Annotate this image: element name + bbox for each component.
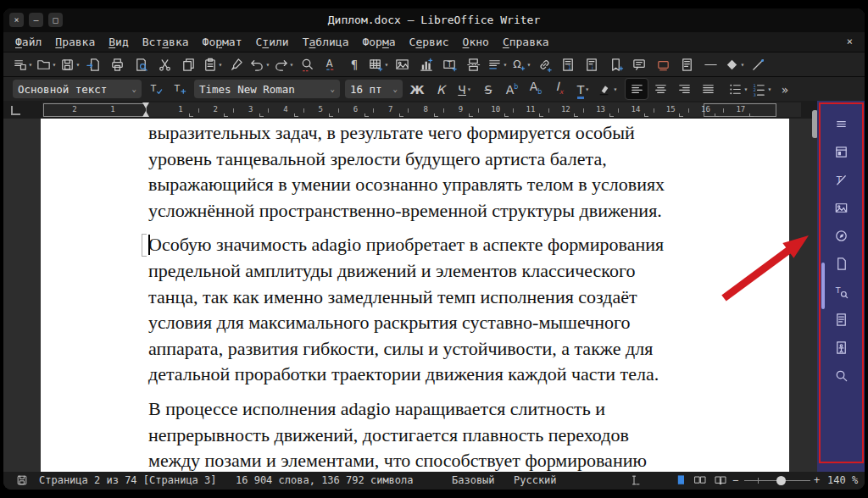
strikethrough-button[interactable]: S bbox=[477, 79, 499, 99]
layout-multi-icon[interactable] bbox=[693, 473, 707, 487]
sidebar-tab-sidebar-settings[interactable] bbox=[817, 111, 865, 136]
clear-formatting-button[interactable]: Ix bbox=[548, 79, 570, 99]
unsaved-changes-icon[interactable] bbox=[15, 473, 29, 487]
menu-вид[interactable]: Вид bbox=[102, 32, 135, 52]
zoom-in-button[interactable]: + bbox=[814, 472, 820, 490]
document-close-button[interactable]: × bbox=[847, 32, 853, 52]
first-line-indent-marker[interactable] bbox=[142, 102, 149, 108]
insert-page-break-button[interactable] bbox=[462, 54, 484, 75]
align-right-button[interactable] bbox=[673, 79, 695, 99]
sidebar-tab-styles[interactable]: T bbox=[817, 167, 865, 192]
menu-файл[interactable]: Файл bbox=[8, 32, 48, 52]
print-preview-button[interactable] bbox=[130, 54, 152, 75]
insert-chart-button[interactable] bbox=[415, 54, 437, 75]
numbered-list-button[interactable]: 123▾ bbox=[750, 79, 772, 99]
dropdown-arrow-icon[interactable]: ▾ bbox=[76, 61, 81, 69]
dropdown-arrow-icon[interactable]: ▾ bbox=[53, 61, 57, 69]
zoom-slider-handle[interactable] bbox=[776, 476, 786, 485]
font-color-button[interactable]: Т▾ bbox=[572, 79, 594, 99]
dropdown-arrow-icon[interactable]: ▾ bbox=[290, 61, 294, 69]
track-changes-button[interactable] bbox=[652, 54, 674, 75]
insert-comment-button[interactable] bbox=[628, 54, 650, 75]
sidebar-tab-navigator[interactable] bbox=[817, 223, 865, 248]
draw-line-button[interactable] bbox=[747, 54, 769, 75]
dropdown-arrow-icon[interactable]: ▾ bbox=[768, 86, 772, 93]
save-button[interactable]: ▾ bbox=[58, 54, 81, 75]
left-indent-marker[interactable] bbox=[142, 111, 149, 117]
formatting-marks-button[interactable]: ¶ bbox=[343, 54, 365, 75]
menu-форма[interactable]: Форма bbox=[355, 32, 402, 52]
dropdown-arrow-icon[interactable]: ▾ bbox=[585, 86, 589, 93]
insert-hyperlink-button[interactable] bbox=[533, 54, 555, 75]
layout-book-icon[interactable] bbox=[714, 473, 727, 487]
status-language[interactable]: Русский bbox=[514, 472, 557, 490]
dropdown-arrow-icon[interactable]: ▾ bbox=[744, 86, 748, 93]
sidebar-tab-accessibility-check[interactable] bbox=[817, 335, 865, 360]
insert-horizontal-line-button[interactable] bbox=[699, 54, 721, 75]
menu-сервис[interactable]: Сервис bbox=[403, 32, 456, 52]
insert-text-frame-button[interactable] bbox=[676, 54, 698, 75]
bold-button[interactable]: Ж bbox=[406, 79, 428, 99]
update-style-button[interactable]: T bbox=[145, 79, 167, 99]
align-center-button[interactable] bbox=[649, 79, 671, 99]
zoom-level[interactable]: 140 % bbox=[827, 472, 858, 490]
dropdown-arrow-icon[interactable]: ▾ bbox=[614, 86, 618, 93]
menu-правка[interactable]: Правка bbox=[48, 32, 102, 52]
status-word-count[interactable]: 16 904 слова, 136 792 символа bbox=[236, 472, 414, 490]
redo-button[interactable]: ▾ bbox=[272, 54, 294, 75]
export-pdf-button[interactable] bbox=[82, 54, 104, 75]
dropdown-arrow-icon[interactable]: ▾ bbox=[29, 61, 33, 69]
align-left-button[interactable] bbox=[626, 79, 648, 99]
clone-formatting-button[interactable] bbox=[225, 54, 247, 75]
align-justify-button[interactable] bbox=[697, 79, 719, 99]
underline-button[interactable]: Ч▾ bbox=[453, 79, 476, 99]
new-style-button[interactable]: T bbox=[169, 79, 191, 99]
spelling-button[interactable]: A bbox=[320, 54, 342, 75]
dropdown-arrow-icon[interactable]: ▾ bbox=[527, 61, 531, 69]
status-page-style[interactable]: Базовый bbox=[452, 472, 495, 490]
insert-table-button[interactable]: ▾ bbox=[367, 54, 389, 75]
insert-text-box-button[interactable]: T bbox=[438, 54, 460, 75]
cut-button[interactable] bbox=[153, 54, 175, 75]
menu-окно[interactable]: Окно bbox=[456, 32, 496, 52]
menu-таблица[interactable]: Таблица bbox=[296, 32, 356, 52]
insert-image-button[interactable] bbox=[391, 54, 413, 75]
font-name-combo[interactable]: Times New Roman⌄ bbox=[194, 80, 340, 98]
status-page-info[interactable]: Страница 2 из 74 [Страница 3] bbox=[39, 472, 217, 490]
menu-вставка[interactable]: Вставка bbox=[136, 32, 196, 52]
menu-формат[interactable]: Формат bbox=[196, 32, 249, 52]
paragraph[interactable]: В процессе исполнения adagio наращиваетс… bbox=[148, 396, 708, 472]
insert-footnote-button[interactable]: 1 bbox=[557, 54, 579, 75]
dropdown-arrow-icon[interactable]: ▾ bbox=[504, 61, 508, 69]
dropdown-arrow-icon[interactable]: ▾ bbox=[266, 61, 270, 69]
undo-button[interactable]: ▾ bbox=[248, 54, 270, 75]
toolbar-overflow-button[interactable]: » bbox=[774, 79, 796, 99]
paragraph[interactable]: Особую значимость adagio приобретает в а… bbox=[148, 232, 708, 388]
dropdown-arrow-icon[interactable]: ▾ bbox=[219, 61, 223, 69]
menu-справка[interactable]: Справка bbox=[496, 32, 556, 52]
dropdown-arrow-icon[interactable]: ▾ bbox=[741, 61, 745, 69]
find-replace-button[interactable] bbox=[296, 54, 318, 75]
sidebar-tab-search[interactable] bbox=[817, 362, 865, 388]
layout-single-icon[interactable] bbox=[674, 473, 687, 487]
tab-stop-selector[interactable] bbox=[11, 106, 20, 115]
insert-special-character-button[interactable]: Ω▾ bbox=[509, 54, 531, 75]
document-page[interactable]: выразительных задач, в результате чего ф… bbox=[41, 119, 789, 472]
insert-bookmark-button[interactable] bbox=[604, 54, 626, 75]
zoom-out-button[interactable]: − bbox=[732, 472, 738, 490]
basic-shapes-button[interactable]: ▾ bbox=[723, 54, 745, 75]
insert-field-button[interactable]: ▾ bbox=[486, 54, 508, 75]
sidebar-tab-gallery[interactable] bbox=[817, 195, 865, 220]
open-button[interactable]: ▾ bbox=[35, 54, 57, 75]
subscript-button[interactable]: Ab bbox=[525, 79, 547, 99]
highlight-color-button[interactable]: ▾ bbox=[596, 79, 618, 99]
sidebar-tab-manage-changes[interactable] bbox=[817, 307, 865, 332]
superscript-button[interactable]: Ab bbox=[501, 79, 523, 99]
insert-endnote-button[interactable]: i bbox=[581, 54, 603, 75]
font-size-combo[interactable]: 16 пт⌄ bbox=[345, 80, 403, 98]
bullet-list-button[interactable]: ▾ bbox=[726, 79, 748, 99]
print-button[interactable] bbox=[106, 54, 128, 75]
indent-marker[interactable] bbox=[142, 102, 150, 117]
paste-button[interactable]: ▾ bbox=[201, 54, 223, 75]
dropdown-arrow-icon[interactable]: ▾ bbox=[385, 61, 389, 69]
